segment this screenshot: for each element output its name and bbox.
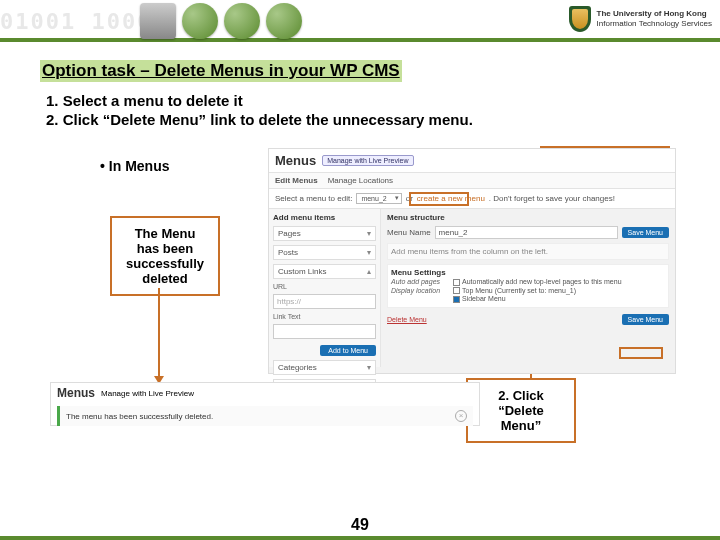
- wp-menus-screenshot: Menus Manage with Live Preview Edit Menu…: [268, 148, 676, 374]
- save-menu-button-bottom[interactable]: Save Menu: [622, 314, 669, 325]
- step-1: 1. Select a menu to delete it: [46, 92, 680, 109]
- header-photo-icon: [140, 3, 176, 39]
- link-text-input[interactable]: [273, 324, 376, 339]
- highlight-delete-menu: [619, 347, 663, 359]
- auto-add-checkbox[interactable]: [453, 279, 460, 286]
- slide-header: 01001 10001 The University of Hong Kong …: [0, 0, 720, 42]
- bullet-in-menus: In Menus: [100, 158, 169, 174]
- header-globes: [140, 0, 302, 42]
- hku-shield-icon: [569, 6, 591, 32]
- globe-icon: [266, 3, 302, 39]
- globe-icon: [182, 3, 218, 39]
- loc-sidebar-checkbox[interactable]: [453, 296, 460, 303]
- dismiss-notice-button[interactable]: ×: [455, 410, 467, 422]
- save-menu-button-top[interactable]: Save Menu: [622, 227, 669, 238]
- display-location-label: Display location: [391, 287, 449, 295]
- manage-live-preview-button-2[interactable]: Manage with Live Preview: [101, 389, 194, 398]
- auto-add-label: Auto add pages: [391, 278, 449, 286]
- menu-name-input[interactable]: menu_2: [435, 226, 618, 239]
- link-text-label: Link Text: [273, 313, 376, 320]
- add-to-menu-button[interactable]: Add to Menu: [320, 345, 376, 356]
- accordion-posts[interactable]: Posts▾: [273, 245, 376, 260]
- slide-title: Option task – Delete Menus in your WP CM…: [40, 60, 402, 82]
- highlight-select-menu: [409, 192, 469, 206]
- menu-name-label: Menu Name: [387, 228, 431, 237]
- menu-structure-title: Menu structure: [387, 213, 669, 222]
- url-label: URL: [273, 283, 376, 290]
- accordion-custom-links[interactable]: Custom Links▴: [273, 264, 376, 279]
- dont-forget-text: . Don't forget to save your changes!: [489, 194, 615, 203]
- empty-menu-note: Add menu items from the column on the le…: [387, 243, 669, 260]
- wp-heading-2: Menus: [57, 386, 95, 400]
- tab-manage-locations[interactable]: Manage Locations: [328, 176, 393, 185]
- success-message: The menu has been successfully deleted.: [66, 412, 213, 421]
- url-input[interactable]: https://: [273, 294, 376, 309]
- callout-deleted: The Menu has been successfully deleted: [110, 216, 220, 296]
- wp-success-screenshot: Menus Manage with Live Preview The menu …: [50, 382, 480, 426]
- menu-settings-title: Menu Settings: [391, 268, 665, 277]
- brand-line1: The University of Hong Kong: [597, 9, 712, 19]
- page-number: 49: [0, 516, 720, 534]
- manage-live-preview-button[interactable]: Manage with Live Preview: [322, 155, 413, 166]
- callout-click-delete: 2. Click “Delete Menu”: [466, 378, 576, 443]
- menu-select-dropdown[interactable]: menu_2: [356, 193, 401, 204]
- add-items-title: Add menu items: [273, 213, 376, 222]
- globe-icon: [224, 3, 260, 39]
- select-menu-label: Select a menu to edit:: [275, 194, 352, 203]
- brand-line2: Information Technology Services: [597, 19, 712, 29]
- accordion-categories[interactable]: Categories▾: [273, 360, 376, 375]
- step-2: 2. Click “Delete Menu” link to delete th…: [46, 111, 680, 128]
- loc-top-checkbox[interactable]: [453, 287, 460, 294]
- accordion-pages[interactable]: Pages▾: [273, 226, 376, 241]
- step-list: 1. Select a menu to delete it 2. Click “…: [40, 92, 680, 128]
- footer-line: [0, 536, 720, 540]
- delete-menu-link[interactable]: Delete Menu: [387, 316, 427, 323]
- brand-block: The University of Hong Kong Information …: [569, 6, 712, 32]
- tab-edit-menus[interactable]: Edit Menus: [275, 176, 318, 185]
- wp-heading: Menus: [275, 153, 316, 168]
